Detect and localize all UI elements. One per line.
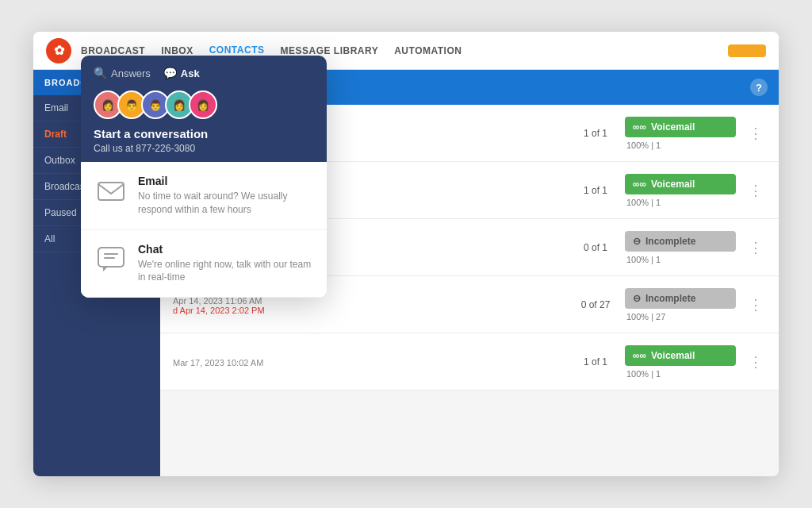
broadcast-actions-menu[interactable]: ⋮	[745, 121, 766, 145]
status-badge-voicemail: ∞∞ Voicemail	[625, 345, 736, 366]
chat-widget-body: Email No time to wait around? We usually…	[81, 162, 327, 298]
help-icon[interactable]: ?	[750, 79, 768, 96]
status-badge-incomplete: ⊖ Incomplete	[625, 231, 736, 252]
status-badge-voicemail: ∞∞ Voicemail	[625, 117, 736, 137]
chat-option-desc: We're online right now, talk with our te…	[138, 258, 312, 285]
status-sub: 100% | 1	[625, 369, 736, 379]
chat-widget-tabs: 🔍 Answers 💬 Ask	[94, 67, 314, 79]
broadcast-count: 1 of 1	[576, 185, 615, 196]
chat-option-email[interactable]: Email No time to wait around? We usually…	[81, 162, 327, 230]
svg-rect-0	[98, 183, 124, 200]
chat-option-email-text: Email No time to wait around? We usually…	[138, 175, 312, 217]
broadcast-actions-menu[interactable]: ⋮	[745, 293, 766, 317]
status-sub: 100% | 1	[625, 198, 736, 207]
status-sub: 100% | 1	[625, 140, 736, 150]
search-icon: 🔍	[94, 67, 107, 79]
broadcast-actions-menu[interactable]: ⋮	[745, 236, 766, 260]
app-window: ✿ BROADCAST INBOX CONTACTS MESSAGE LIBRA…	[33, 32, 779, 476]
email-option-title: Email	[138, 175, 312, 187]
status-badge-voicemail: ∞∞ Voicemail	[625, 174, 736, 194]
email-option-desc: No time to wait around? We usually respo…	[138, 190, 312, 217]
nav-cta-button[interactable]	[728, 44, 766, 57]
broadcast-status: ∞∞ Voicemail 100% | 1	[625, 345, 736, 379]
chat-bubble-icon	[95, 243, 127, 275]
nav-automation[interactable]: AUTOMATION	[394, 42, 462, 60]
broadcast-count: 1 of 1	[576, 128, 615, 139]
chat-avatars: 👩 👨 👨 👩 👩	[94, 90, 314, 119]
logo[interactable]: ✿	[46, 38, 71, 64]
broadcast-status: ⊖ Incomplete 100% | 27	[625, 288, 736, 321]
status-badge-incomplete: ⊖ Incomplete	[625, 288, 736, 309]
chat-widget: 🔍 Answers 💬 Ask 👩 👨 👨 👩 👩 Start a conver…	[81, 56, 327, 298]
chat-option-title: Chat	[138, 243, 312, 256]
broadcast-info: Mar 17, 2023 10:02 AM	[173, 356, 566, 368]
chat-tab-ask[interactable]: 💬 Ask	[163, 67, 200, 79]
broadcast-date-sent: Mar 17, 2023 10:02 AM	[173, 358, 566, 368]
status-sub: 100% | 1	[625, 255, 736, 264]
chat-start-title: Start a conversation	[94, 127, 314, 140]
broadcast-count: 0 of 1	[576, 242, 615, 253]
email-icon	[95, 175, 127, 206]
chat-tab-answers[interactable]: 🔍 Answers	[94, 67, 151, 79]
chat-phone: Call us at 877-226-3080	[94, 143, 314, 154]
status-sub: 100% | 27	[625, 312, 736, 321]
broadcast-status: ∞∞ Voicemail 100% | 1	[625, 117, 736, 150]
chat-option-chat-text: Chat We're online right now, talk with o…	[138, 243, 312, 285]
svg-marker-4	[103, 267, 108, 271]
broadcast-count: 1 of 1	[576, 356, 615, 368]
avatar: 👩	[189, 90, 217, 119]
broadcast-actions-menu[interactable]: ⋮	[745, 179, 766, 202]
chat-widget-header: 🔍 Answers 💬 Ask 👩 👨 👨 👩 👩 Start a conver…	[81, 56, 327, 162]
broadcast-status: ⊖ Incomplete 100% | 1	[625, 231, 736, 264]
broadcast-count: 0 of 27	[576, 299, 615, 310]
broadcast-status: ∞∞ Voicemail 100% | 1	[625, 174, 736, 207]
broadcast-date-red: d Apr 14, 2023 2:02 PM	[173, 306, 566, 315]
chat-option-chat[interactable]: Chat We're online right now, talk with o…	[81, 230, 327, 298]
broadcast-actions-menu[interactable]: ⋮	[745, 350, 766, 374]
chat-icon: 💬	[163, 67, 177, 79]
broadcast-row: Mar 17, 2023 10:02 AM 1 of 1 ∞∞ Voicemai…	[160, 333, 779, 391]
